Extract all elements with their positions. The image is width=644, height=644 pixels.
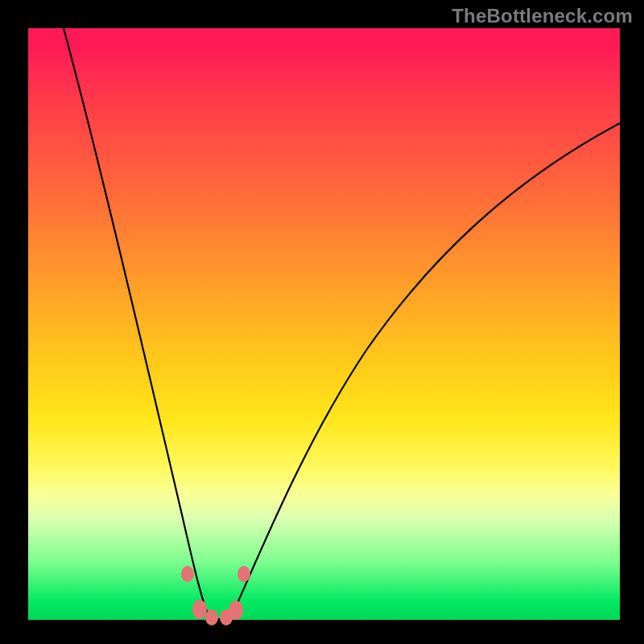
data-marker bbox=[205, 609, 218, 625]
curve-right-branch bbox=[231, 123, 620, 617]
data-marker bbox=[229, 601, 243, 620]
chart-frame: TheBottleneck.com bbox=[0, 0, 644, 644]
bottleneck-curve bbox=[28, 28, 620, 620]
data-marker bbox=[237, 566, 250, 582]
watermark-text: TheBottleneck.com bbox=[452, 5, 633, 27]
data-marker bbox=[181, 566, 194, 582]
plot-area bbox=[28, 28, 620, 620]
curve-left-branch bbox=[64, 28, 209, 617]
